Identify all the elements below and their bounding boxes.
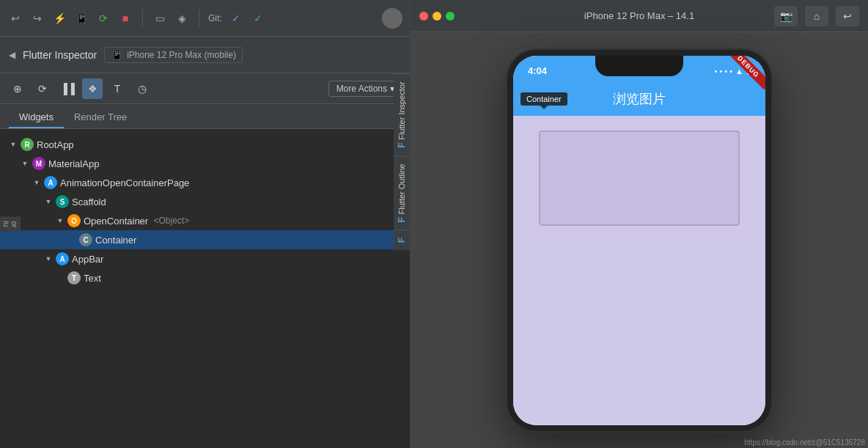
expand-arrow-icon[interactable]: ▼ (9, 140, 18, 149)
device-icon[interactable]: 📱 (73, 10, 89, 26)
left-panel: ↩ ↪ ⚡ 📱 ⟳ ■ ▭ ◈ Git: ✓ ✓ ◀ Flutter Inspe… (0, 0, 411, 448)
item-label: OpenContainer (84, 216, 148, 227)
refresh-icon[interactable]: ⟳ (95, 10, 111, 26)
side-tab-outline-label: Flutter Outline (397, 164, 406, 214)
flutter-f-icon: F (397, 142, 407, 147)
flutter-f2-icon: F (397, 217, 407, 222)
git-label: Git: (208, 13, 222, 23)
phone-notch (595, 56, 683, 76)
expand-arrow-icon[interactable]: ▼ (21, 159, 29, 168)
phone-body (513, 116, 765, 425)
left-edge-collapse[interactable]: oriu (0, 216, 21, 232)
item-label: RootApp (37, 139, 74, 150)
badge-o: O (67, 214, 81, 227)
expand-arrow-icon[interactable]: ▼ (32, 178, 41, 187)
badge-a: A (44, 176, 57, 189)
git-check-blue-icon[interactable]: ✓ (228, 10, 244, 26)
badge-r: R (21, 138, 34, 151)
more-actions-label: More Actions (336, 84, 387, 94)
widget-tree: ▼ R RootApp ▼ M MaterialApp ▼ A Animatio… (0, 129, 410, 448)
item-label: Container (95, 235, 136, 246)
badge-t: T (67, 271, 81, 284)
badge-c: C (79, 233, 92, 246)
tree-row-rootapp[interactable]: ▼ R RootApp (0, 135, 410, 154)
tooltip-label: Container (521, 92, 567, 106)
back-button[interactable]: ↩ (836, 6, 859, 26)
stop-icon[interactable]: ■ (117, 10, 133, 26)
side-tab-flutter-outline[interactable]: F Flutter Outline (394, 155, 410, 229)
device-badge[interactable]: 📱 iPhone 12 Pro Max (mobile) (104, 47, 243, 63)
add-btn[interactable]: ⊕ (7, 78, 28, 99)
bar-chart-btn[interactable]: ▐▐ (57, 78, 78, 99)
expand-arrow-icon (67, 235, 76, 244)
window-controls: 📷 ⌂ ↩ (774, 6, 859, 26)
tree-row-animationpage[interactable]: ▼ A AnimationOpenContainerPage (0, 173, 410, 192)
window-title: iPhone 12 Pro Max – 14.1 (584, 10, 694, 21)
watermark: https://blog.csdn.net/z@51C5135728 (744, 438, 865, 447)
divider2 (199, 10, 199, 27)
expand-arrow-icon (56, 273, 65, 282)
flutter-f3-icon: F (397, 238, 407, 243)
maximize-button[interactable] (446, 12, 455, 21)
side-tab-inspector-label: Flutter Inspector (397, 81, 406, 139)
badge-a2: A (56, 252, 69, 265)
item-sub: <Object> (151, 216, 189, 226)
tabs-row: Widgets Render Tree (0, 104, 410, 129)
item-label: AnimationOpenContainerPage (60, 177, 189, 188)
tree-row-text[interactable]: T Text (0, 268, 410, 287)
inspector-title: Flutter Inspector (23, 49, 97, 61)
expand-arrow-icon[interactable]: ▼ (56, 216, 65, 225)
inner-container-widget (539, 131, 740, 226)
avatar[interactable] (382, 8, 402, 29)
git-check-green-icon[interactable]: ✓ (250, 10, 266, 26)
minimize-button[interactable] (433, 12, 441, 21)
inspector-header: ◀ Flutter Inspector 📱 iPhone 12 Pro Max … (0, 37, 410, 73)
widget-btn[interactable]: ❖ (82, 78, 103, 99)
traffic-lights (419, 12, 455, 21)
undo-icon[interactable]: ↩ (7, 10, 23, 26)
right-panel: iPhone 12 Pro Max – 14.1 📷 ⌂ ↩ DEBUG 4:0… (411, 0, 868, 448)
expand-arrow-icon[interactable]: ▼ (44, 197, 53, 206)
tree-row-materialapp[interactable]: ▼ M MaterialApp (0, 154, 410, 173)
tab-render-tree[interactable]: Render Tree (64, 107, 137, 128)
tree-row-scaffold[interactable]: ▼ S Scaffold (0, 192, 410, 211)
expand-arrow-icon[interactable]: ▼ (44, 254, 53, 263)
collapse-arrow-icon[interactable]: ◀ (9, 50, 15, 60)
window-titlebar: iPhone 12 Pro Max – 14.1 📷 ⌂ ↩ (411, 0, 868, 32)
tree-row-opencontainer[interactable]: ▼ O OpenContainer <Object> (0, 211, 410, 230)
top-toolbar: ↩ ↪ ⚡ 📱 ⟳ ■ ▭ ◈ Git: ✓ ✓ (0, 0, 410, 37)
screenshot-button[interactable]: 📷 (774, 6, 798, 26)
side-tab-flutter-inspector[interactable]: F Flutter Inspector (394, 73, 410, 155)
clock-btn[interactable]: ◷ (132, 78, 152, 99)
phone-frame: DEBUG 4:04 • • • • ▲ ▮ Container (507, 50, 771, 431)
divider (142, 10, 143, 27)
home-button[interactable]: ⌂ (805, 6, 828, 26)
inspector-toolbar: ⊕ ⟳ ▐▐ ❖ T ◷ More Actions ▾ (0, 73, 410, 104)
tab-widgets[interactable]: Widgets (9, 107, 64, 128)
side-tabs: F Flutter Inspector F Flutter Outline F (394, 73, 410, 251)
phone-icon: 📱 (111, 49, 123, 61)
debug-banner: DEBUG (726, 56, 765, 89)
device-label: iPhone 12 Pro Max (mobile) (127, 50, 236, 60)
item-label: Text (84, 273, 101, 284)
debug-banner-container: DEBUG (707, 56, 765, 114)
close-button[interactable] (419, 12, 428, 21)
device2-icon[interactable]: ▭ (152, 10, 168, 26)
side-tab-extra[interactable]: F (394, 229, 410, 250)
redo-icon[interactable]: ↪ (29, 10, 45, 26)
app-bar-title: 浏览图片 (613, 90, 666, 108)
text-btn[interactable]: T (107, 78, 128, 99)
edge-text: oriu (2, 221, 18, 227)
tree-row-appbar[interactable]: ▼ A AppBar (0, 249, 410, 268)
badge-m: M (32, 157, 45, 170)
phone-area: DEBUG 4:04 • • • • ▲ ▮ Container (411, 32, 868, 448)
cube-icon[interactable]: ◈ (174, 10, 190, 26)
item-label: AppBar (72, 254, 103, 265)
item-label: Scaffold (72, 197, 106, 208)
lightning-icon[interactable]: ⚡ (51, 10, 67, 26)
tree-row-container[interactable]: C Container (0, 230, 410, 249)
badge-s: S (56, 195, 69, 208)
more-actions-button[interactable]: More Actions ▾ (328, 81, 402, 97)
status-time: 4:04 (528, 65, 547, 76)
refresh-btn[interactable]: ⟳ (32, 78, 53, 99)
